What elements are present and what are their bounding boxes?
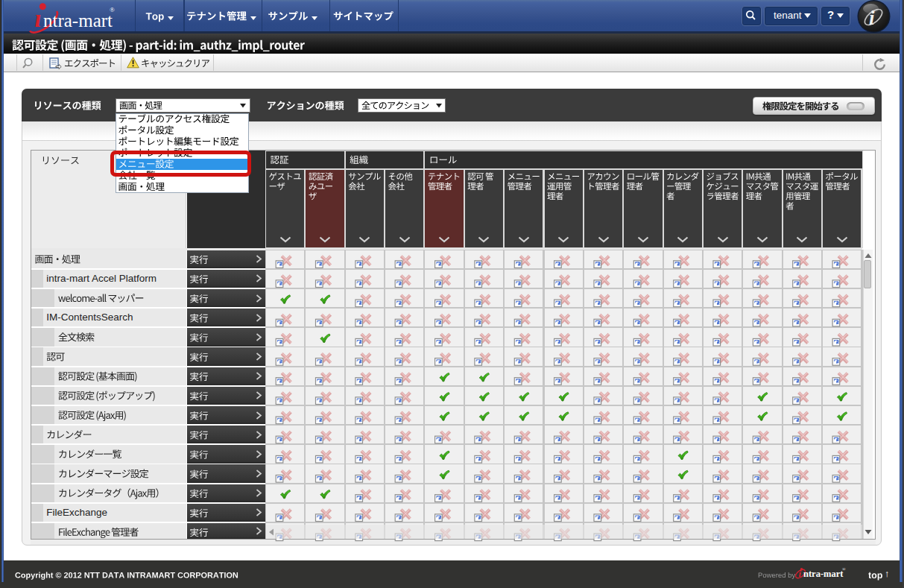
svg-text:i: i [869, 7, 875, 29]
svg-text:ntra-mart: ntra-mart [803, 569, 844, 579]
svg-text:i: i [799, 568, 802, 579]
svg-text:®: ® [842, 567, 846, 572]
